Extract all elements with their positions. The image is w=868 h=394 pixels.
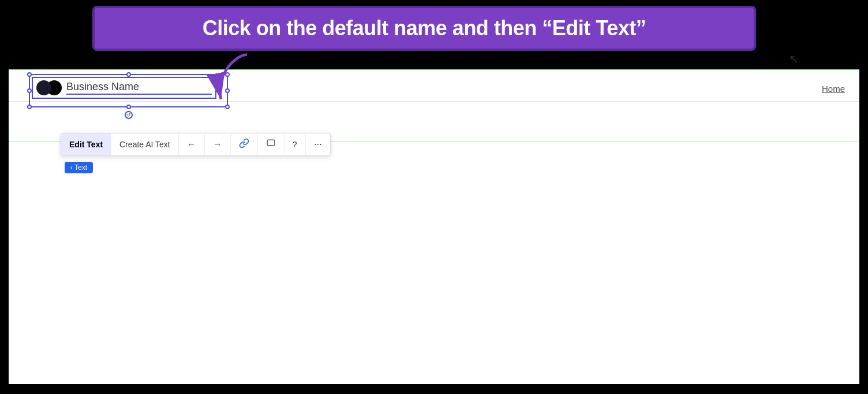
home-link[interactable]: Home [822,84,845,94]
help-button[interactable]: ? [285,133,306,155]
navbar-divider [9,101,859,102]
link-button[interactable] [231,133,258,155]
back-button[interactable]: ← [179,133,205,155]
back-icon: ← [187,139,196,150]
help-icon: ? [293,140,297,149]
instruction-banner: Click on the default name and then “Edit… [92,6,756,51]
context-toolbar: Edit Text Create AI Text ← → ? ⋯ [61,133,331,156]
text-badge[interactable]: ‹ Text [65,162,93,173]
comment-icon [266,139,276,151]
more-button[interactable]: ⋯ [306,133,330,155]
arrow-container [202,52,271,112]
forward-button[interactable]: → [205,133,231,155]
arrow-icon [202,52,271,110]
logo-icon [36,80,62,95]
cursor: ↖ [789,52,799,66]
business-name-input[interactable] [66,81,212,95]
link-icon [239,138,249,151]
logo-name-container[interactable] [32,77,216,99]
edit-text-button[interactable]: Edit Text [61,133,111,155]
comment-button[interactable] [258,133,285,155]
svg-rect-1 [267,140,275,146]
logo-circle-dark [36,80,51,95]
instruction-text: Click on the default name and then “Edit… [203,16,646,40]
forward-icon: → [213,139,222,150]
guide-line-top [9,69,859,70]
create-ai-text-button[interactable]: Create AI Text [111,133,179,155]
editor-area [9,69,859,384]
more-icon: ⋯ [314,140,322,149]
